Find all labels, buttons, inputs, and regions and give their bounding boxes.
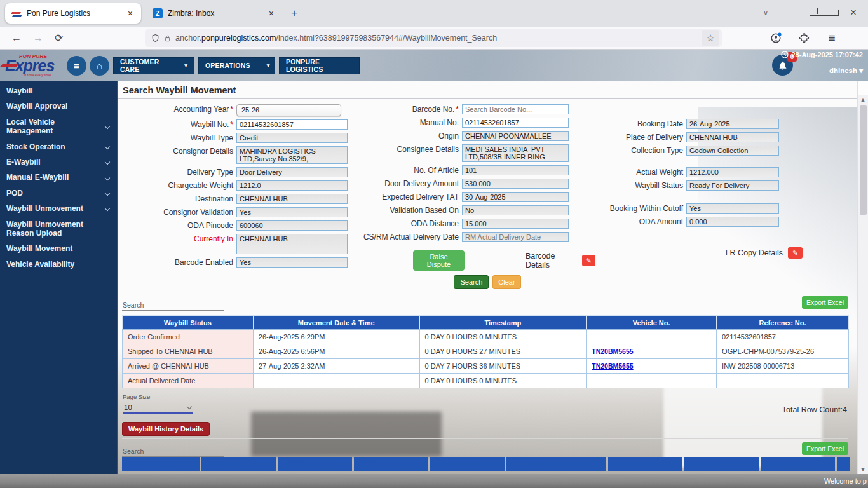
accounting-year-select[interactable]: 25-26 (236, 104, 341, 116)
raise-dispute-button[interactable]: Raise Dispute (413, 250, 465, 271)
history-table-header-cell[interactable] (506, 457, 606, 471)
waybill-no-input[interactable] (236, 119, 348, 130)
sidebar-item-waybill-approval[interactable]: Waybill Approval (0, 98, 117, 114)
chevron-down-icon (187, 403, 192, 409)
menu-operations[interactable]: OPERATIONS▾ (198, 57, 275, 74)
tab-title: Pon Pure Logistics (27, 9, 121, 18)
tab-pon-pure-logistics[interactable]: Pon Pure Logistics × (5, 3, 141, 24)
user-menu[interactable]: dhinesh ▾ (781, 66, 863, 75)
scroll-up-icon[interactable]: ▲ (860, 95, 866, 104)
page-size-label: Page Size (123, 393, 150, 400)
booking-date-field (686, 119, 779, 129)
sidebar-toggle-icon[interactable]: ≡ (67, 56, 86, 76)
forward-icon[interactable]: → (33, 32, 43, 44)
waybill-status-field (686, 180, 779, 191)
sidebar-item-pod[interactable]: POD (0, 186, 117, 201)
main-content: Search Waybill Movement Accounting Year*… (118, 81, 857, 474)
manual-no-input[interactable] (462, 118, 569, 128)
minimize-button[interactable]: ─ (780, 8, 810, 18)
movement-table-search-input[interactable] (122, 300, 224, 311)
sidebar-item-waybill[interactable]: Waybill (0, 83, 117, 98)
consignee-details-field: MEDI SALES INDIA PVT LTD,508/3B INNER RI… (462, 144, 569, 162)
caret-down-icon: ▾ (267, 62, 270, 69)
history-table-search-input[interactable] (122, 446, 224, 457)
no-of-article-field (462, 165, 569, 175)
sidebar-item-manual-e-waybill[interactable]: Manual E-Waybill (0, 170, 117, 185)
oda-distance-field (462, 219, 569, 229)
tab-close-icon[interactable]: × (267, 8, 276, 18)
menu-ponpure-logistics[interactable]: PONPURE LOGISTICS (279, 57, 360, 74)
window-controls: ∨ ─ × (751, 0, 868, 25)
table-row: Arrived @ CHENNAI HUB 27-Aug-2025 2:32AM… (123, 359, 849, 374)
history-table-header-cell[interactable] (684, 457, 759, 471)
booking-within-cutoff-field (686, 203, 779, 214)
account-icon[interactable] (768, 30, 784, 46)
history-table-header-cell[interactable] (608, 457, 682, 471)
new-tab-button[interactable]: + (291, 7, 297, 20)
list-tabs-icon[interactable]: ∨ (751, 9, 780, 17)
lr-copy-details-label: LR Copy Details (726, 248, 783, 257)
zimbra-favicon: Z (153, 8, 163, 18)
barcode-no-input[interactable] (462, 104, 569, 114)
clock-icon (781, 51, 789, 58)
title-divider (118, 98, 857, 99)
address-field[interactable]: anchor.ponpurelogistics.com/index.html?6… (145, 29, 722, 47)
origin-field (462, 131, 569, 141)
extensions-puzzle-icon[interactable] (796, 30, 812, 46)
sidebar-item-e-waybill[interactable]: E-Waybill (0, 154, 117, 170)
history-table-header-cell[interactable] (761, 457, 835, 471)
tab-close-icon[interactable]: × (126, 8, 135, 18)
sidebar-item-stock-operation[interactable]: Stock Operation (0, 139, 117, 154)
chevron-down-icon (105, 175, 110, 180)
history-table-header-cell[interactable] (430, 457, 505, 471)
history-table-header-cell[interactable] (201, 457, 276, 471)
chevron-down-icon (105, 206, 110, 211)
reload-icon[interactable]: ⟳ (55, 32, 63, 44)
place-of-delivery-field (686, 132, 779, 142)
history-table-header-cell[interactable] (837, 457, 850, 471)
shield-icon (151, 34, 159, 43)
history-table-header (122, 457, 850, 471)
sidebar-item-waybill-unmovement-reason-upload[interactable]: Waybill Unmovement Reason Upload (0, 217, 117, 241)
menu-customer-care[interactable]: CUSTOMER CARE▾ (113, 57, 194, 74)
sidebar-item-vehicle-availability[interactable]: Vehicle Availability (0, 257, 117, 272)
clear-button[interactable]: Clear (492, 275, 520, 289)
ponpure-expres-logo: PON PURE Expres On time every time (0, 54, 64, 78)
section-divider (122, 438, 848, 439)
vertical-scrollbar[interactable]: ▲ ▼ (857, 81, 868, 474)
sidebar-item-waybill-movement[interactable]: Waybill Movement (0, 241, 117, 256)
menu-hamburger-icon[interactable]: ≡ (824, 30, 840, 46)
history-table-header-cell[interactable] (278, 457, 352, 471)
bookmark-star-icon[interactable]: ☆ (702, 30, 719, 46)
history-export-excel-button[interactable]: Export Excel (802, 442, 848, 455)
history-table-header-cell[interactable] (354, 457, 428, 471)
caret-down-icon: ▾ (184, 62, 187, 69)
actual-weight-field (686, 167, 779, 177)
search-button[interactable]: Search (454, 275, 489, 289)
tab-zimbra-inbox[interactable]: Z Zimbra: Inbox × (146, 3, 282, 24)
vehicle-no-link[interactable]: TN20BM5655 (592, 348, 633, 355)
cs-rm-actual-delivery-date-field (462, 232, 569, 242)
waybill-history-details-button[interactable]: Waybill History Details (122, 422, 210, 436)
delivery-type-field (236, 167, 348, 177)
maximize-button[interactable] (810, 8, 839, 18)
history-table-header-cell[interactable] (122, 457, 200, 471)
home-icon[interactable]: ⌂ (90, 56, 109, 76)
validation-based-on-field (462, 205, 569, 215)
back-icon[interactable]: ← (11, 32, 22, 44)
sidebar-nav: Waybill Waybill Approval Local Vehicle M… (0, 81, 118, 474)
close-button[interactable]: × (839, 6, 868, 19)
scroll-down-icon[interactable]: ▼ (860, 465, 866, 474)
movement-export-excel-button[interactable]: Export Excel (802, 296, 848, 309)
ponpure-favicon (11, 8, 22, 18)
vehicle-no-link[interactable]: TN20BM5655 (592, 362, 633, 370)
sidebar-item-waybill-unmovement[interactable]: Waybill Unmovement (0, 201, 117, 216)
chevron-down-icon (105, 159, 110, 165)
expected-delivery-tat-field (462, 192, 569, 202)
page-size-select[interactable]: 10 (123, 402, 193, 414)
sidebar-item-local-vehicle-management[interactable]: Local Vehicle Management (0, 114, 117, 139)
collection-type-field (686, 146, 779, 156)
lr-copy-details-edit-icon[interactable]: ✎ (788, 247, 803, 259)
total-row-count: Total Row Count:4 (782, 405, 847, 414)
scrollbar-thumb[interactable] (860, 105, 867, 215)
